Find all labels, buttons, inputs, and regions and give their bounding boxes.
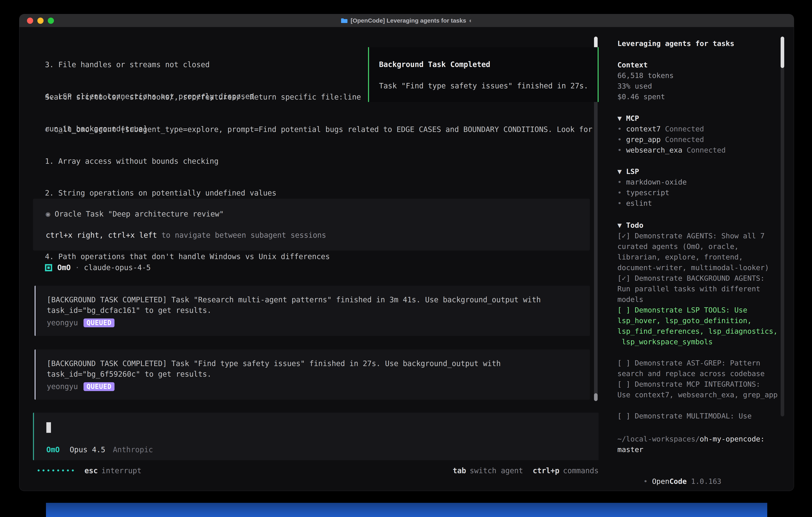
gear-icon: ⚙ (45, 125, 49, 134)
folder-icon (341, 18, 348, 24)
separator-dot: · (75, 262, 80, 273)
todo-line-active: lsp_find_references, lsp_diagnostics, (617, 326, 778, 336)
model-provider-label: Anthropic (113, 444, 153, 455)
esc-action-label: interrupt (102, 465, 142, 476)
todo-line: document-writer, multimodal-looker) (617, 262, 778, 273)
git-branch: master (617, 444, 765, 455)
hint-keys: ctrl+x right, ctrl+x left (46, 231, 157, 240)
lsp-item: • eslint (617, 198, 687, 209)
chevron-down-icon: ▼ (617, 114, 622, 123)
window-title-text: [OpenCode] Leveraging agents for tasks (351, 17, 466, 24)
working-dots-indicator: •••••••• (36, 465, 76, 476)
background-task-message: [BACKGROUND TASK COMPLETED] Task "Resear… (35, 286, 590, 336)
minimize-window-button[interactable] (37, 18, 44, 24)
terminal-line: 1. Array access without bounds checking (45, 156, 592, 166)
todo-heading[interactable]: ▼ Todo (617, 220, 778, 230)
bullet-icon: • (617, 199, 622, 207)
status-right: tab switch agent ctrl+p commands (453, 465, 599, 476)
app-name: OpenCode (652, 477, 687, 485)
todo-line-active: [ ] Demonstrate LSP TOOLS: Use (617, 305, 778, 315)
half-moon-icon: ◐ (469, 17, 472, 24)
sidebar-scrollbar-thumb[interactable] (781, 36, 784, 68)
todo-section: ▼ Todo [✓] Demonstrate AGENTS: Show all … (617, 220, 778, 421)
traffic-lights (27, 14, 54, 27)
shortcut-interrupt: esc interrupt (85, 465, 142, 476)
context-spent: $0.46 spent (617, 91, 674, 102)
main-scrollbar-mark[interactable] (594, 393, 598, 401)
context-tokens: 66,518 tokens (617, 70, 674, 81)
prompt-input[interactable]: OmO Opus 4.5 Anthropic (33, 413, 599, 460)
window-titlebar[interactable]: [OpenCode] Leveraging agents for tasks ◐ (19, 14, 794, 27)
context-used: 33% used (617, 81, 674, 91)
hint-text: to navigate between subagent sessions (157, 231, 326, 240)
tab-action-label: switch agent (470, 465, 523, 476)
mcp-item: • grep_app Connected (617, 134, 726, 145)
zoom-window-button[interactable] (48, 18, 54, 24)
ctrlp-action-label: commands (563, 465, 599, 476)
background-task-toast: Background Task Completed Task "Find typ… (368, 47, 599, 102)
todo-line: [✓] Demonstrate AGENTS: Show all 7 (617, 230, 778, 241)
message-meta: yeongyu QUEUED (47, 381, 590, 392)
todo-line: Run parallel tasks with different (617, 283, 778, 294)
workspace-section: ~/local-workspaces/oh-my-opencode: maste… (617, 434, 765, 455)
tab-key-label: tab (453, 465, 466, 476)
todo-spacer (617, 347, 778, 358)
message-line: task_id="bg_6f59260c" to get results. (47, 369, 590, 379)
lsp-item: • markdown-oxide (617, 177, 687, 187)
sidebar-scrollbar[interactable] (781, 36, 784, 416)
terminal-line: 2. String operations on potentially unde… (45, 188, 592, 198)
todo-line: [ ] Demonstrate MULTIMODAL: Use (617, 411, 778, 421)
agent-model: claude-opus-4-5 (84, 262, 151, 273)
status-left: •••••••• esc interrupt (36, 465, 142, 476)
message-line: task_id="bg_dcfac161" to get results. (47, 305, 590, 316)
lsp-heading[interactable]: ▼ LSP (617, 166, 687, 177)
todo-line: Use context7, websearch_exa, grep_app (617, 389, 778, 400)
model-row: OmO Opus 4.5 Anthropic (46, 444, 153, 455)
active-agent-label: OmO (46, 444, 60, 455)
oracle-hint-line: ctrl+x right, ctrl+x left to navigate be… (46, 230, 590, 241)
todo-line-active: lsp_hover, lsp_goto_definition, (617, 315, 778, 326)
todo-line: [✓] Demonstrate BACKGROUND AGENTS: (617, 273, 778, 283)
esc-key-label: esc (85, 465, 98, 476)
toast-body: Task "Find type safety issues" finished … (379, 81, 588, 91)
todo-line: models (617, 294, 778, 305)
mcp-section: ▼ MCP • context7 Connected • grep_app Co… (617, 113, 726, 155)
agent-name: OmO (57, 262, 71, 273)
todo-line: [ ] Demonstrate AST-GREP: Pattern (617, 358, 778, 368)
window-title: [OpenCode] Leveraging agents for tasks ◐ (341, 17, 473, 24)
oracle-title-line: ◉ Oracle Task "Deep architecture review" (46, 209, 590, 219)
status-bar: •••••••• esc interrupt tab switch agent … (36, 465, 599, 476)
bullet-icon: • (617, 146, 622, 154)
bullet-icon: • (617, 189, 622, 197)
active-model-label: Opus 4.5 (70, 444, 105, 455)
text-cursor (46, 422, 51, 433)
terminal-line: Search src/tools/, src/hooks/, src/featu… (45, 92, 361, 102)
oracle-task-panel: ◉ Oracle Task "Deep architecture review"… (33, 199, 590, 250)
workspace-path: ~/local-workspaces/oh-my-opencode: (617, 434, 765, 444)
opencode-terminal-window: [OpenCode] Leveraging agents for tasks ◐… (19, 14, 794, 491)
version-line: • OpenCode 1.0.163 (617, 465, 721, 491)
lsp-item: • typescript (617, 187, 687, 198)
chevron-down-icon: ▼ (617, 167, 622, 175)
message-user: yeongyu (47, 318, 78, 328)
close-window-button[interactable] (27, 18, 33, 24)
context-section: Context 66,518 tokens 33% used $0.46 spe… (617, 60, 674, 102)
bullet-icon: • (617, 125, 622, 133)
message-meta: yeongyu QUEUED (47, 318, 590, 328)
session-sidebar: Leveraging agents for tasks Context 66,5… (617, 27, 783, 491)
message-line: [BACKGROUND TASK COMPLETED] Task "Find t… (47, 358, 590, 369)
chevron-down-icon: ▼ (617, 221, 622, 229)
tool-call-line: ⚙ call_omo_agent [subagent_type=explore,… (45, 124, 592, 135)
background-task-message: [BACKGROUND TASK COMPLETED] Task "Find t… (35, 350, 590, 400)
mcp-heading[interactable]: ▼ MCP (617, 113, 726, 124)
agent-square-icon (45, 264, 52, 271)
message-user: yeongyu (47, 381, 78, 392)
shortcut-switch-agent: tab switch agent (453, 465, 523, 476)
shortcut-commands: ctrl+p commands (533, 465, 599, 476)
bullet-icon: • (643, 477, 648, 485)
bullet-icon: • (617, 135, 622, 143)
todo-line-active: lsp_workspace_symbols (617, 336, 778, 347)
todo-line: curated agents (OmO, oracle, (617, 241, 778, 252)
mcp-item: • websearch_exa Connected (617, 145, 726, 155)
ctrlp-key-label: ctrl+p (533, 465, 559, 476)
